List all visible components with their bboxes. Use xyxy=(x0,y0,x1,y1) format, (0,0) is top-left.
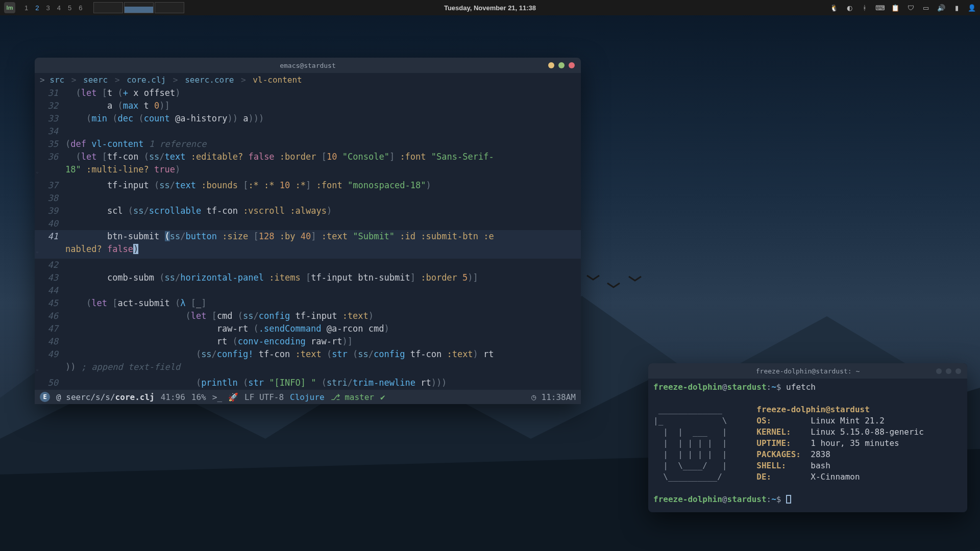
display-icon[interactable]: ▭ xyxy=(922,4,930,12)
modeline-path[interactable]: @ seerc/s/s/core.clj xyxy=(56,392,155,402)
rocket-icon[interactable]: 🚀 xyxy=(228,392,238,402)
terminal-window: freeze-dolphin@stardust: ~ freeze-dolphi… xyxy=(648,363,967,512)
clock[interactable]: Tuesday, November 21, 11:38 xyxy=(444,4,536,12)
system-graphs[interactable] xyxy=(93,2,184,13)
workspace-switcher: 1 2 3 4 5 6 xyxy=(24,4,82,12)
workspace-6[interactable]: 6 xyxy=(79,4,82,12)
minimize-icon[interactable] xyxy=(548,62,554,68)
workspace-3[interactable]: 3 xyxy=(46,4,50,12)
terminal-title: freeze-dolphin@stardust: ~ xyxy=(756,367,860,375)
editor-title: emacs@stardust xyxy=(280,62,336,69)
modeline: E @ seerc/s/s/core.clj 41:96 16% >_ 🚀 LF… xyxy=(35,389,581,404)
maximize-icon[interactable] xyxy=(558,62,565,68)
term-close-icon[interactable] xyxy=(955,368,961,374)
volume-icon[interactable]: 🔊 xyxy=(937,4,945,12)
system-tray: 🐧 ◐ ᚼ ⌨ 📋 🛡 ▭ 🔊 ▮ 👤 xyxy=(830,4,976,12)
workspace-2[interactable]: 2 xyxy=(35,4,39,12)
editor-badge: E xyxy=(40,392,50,402)
clock-icon: ◷ xyxy=(531,392,536,402)
terminal-titlebar[interactable]: freeze-dolphin@stardust: ~ xyxy=(648,363,967,379)
check-icon: ✔ xyxy=(380,392,385,402)
user-icon[interactable]: 👤 xyxy=(968,4,976,12)
breadcrumb[interactable]: > src > seerc > core.clj > seerc.core > … xyxy=(35,73,581,87)
shield-icon[interactable]: 🛡 xyxy=(906,4,915,12)
close-icon[interactable] xyxy=(569,62,575,68)
terminal-icon[interactable]: >_ xyxy=(212,392,222,402)
emacs-window: emacs@stardust > src > seerc > core.clj … xyxy=(35,58,581,404)
modeline-pos: 41:96 xyxy=(161,392,185,402)
code-area[interactable]: 31 (let [t (+ x offset) 32 a (max t 0)] … xyxy=(35,87,581,389)
modeline-time: 11:38AM xyxy=(542,392,576,402)
workspace-5[interactable]: 5 xyxy=(68,4,71,12)
editor-titlebar[interactable]: emacs@stardust xyxy=(35,58,581,73)
battery-icon[interactable]: ▮ xyxy=(952,4,961,12)
app-indicator-icon[interactable]: 🐧 xyxy=(830,4,838,12)
term-minimize-icon[interactable] xyxy=(936,368,942,374)
modeline-branch[interactable]: ⎇ master xyxy=(331,392,374,402)
cursor-icon xyxy=(786,495,791,504)
modeline-enc: LF UTF-8 xyxy=(244,392,284,402)
workspace-1[interactable]: 1 xyxy=(24,4,28,12)
bluetooth-icon[interactable]: ᚼ xyxy=(861,4,869,12)
terminal-body[interactable]: freeze-dolphin@stardust:~$ ufetch ______… xyxy=(648,379,967,512)
start-menu-icon[interactable]: lm xyxy=(4,2,15,13)
keyboard-icon[interactable]: ⌨ xyxy=(876,4,884,12)
workspace-4[interactable]: 4 xyxy=(57,4,61,12)
steam-icon[interactable]: ◐ xyxy=(845,4,853,12)
term-maximize-icon[interactable] xyxy=(946,368,951,374)
modeline-lang: Clojure xyxy=(290,392,324,402)
clipboard-icon[interactable]: 📋 xyxy=(891,4,899,12)
top-panel: lm 1 2 3 4 5 6 Tuesday, November 21, 11:… xyxy=(0,0,980,15)
modeline-pct: 16% xyxy=(191,392,206,402)
